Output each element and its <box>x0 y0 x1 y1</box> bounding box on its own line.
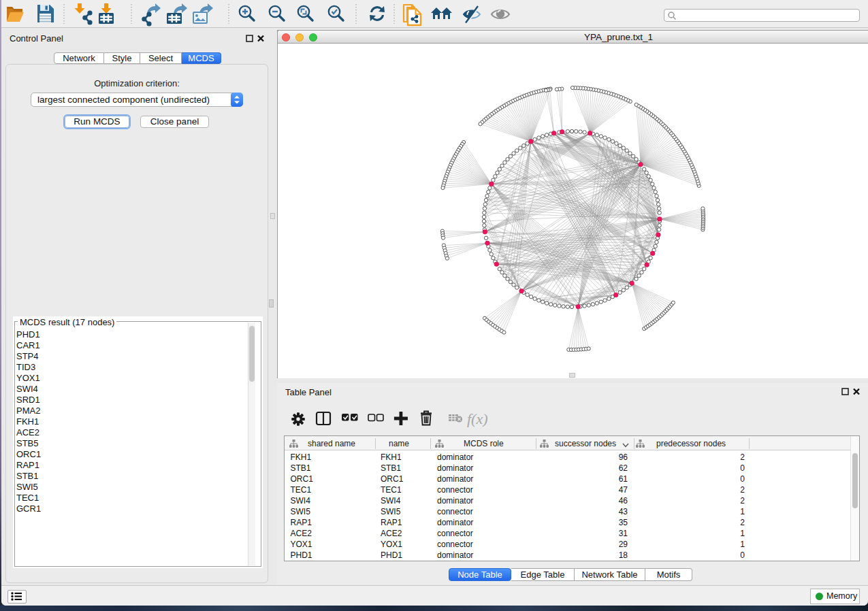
svg-text:f(x): f(x) <box>467 410 488 427</box>
